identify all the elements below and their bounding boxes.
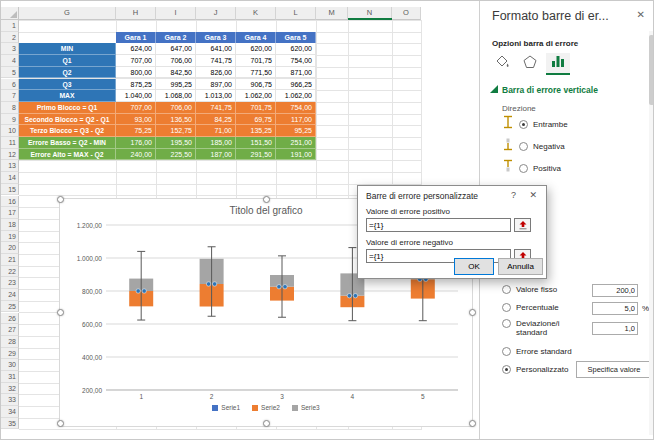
- row-header-34[interactable]: 34: [1, 406, 19, 418]
- column-header-H[interactable]: H: [116, 7, 156, 20]
- row-label-cell[interactable]: Primo Blocco = Q1: [19, 102, 116, 114]
- table-header-cell[interactable]: Gara 1: [116, 32, 156, 44]
- row-header-1[interactable]: 1: [1, 20, 19, 32]
- table-value-cell[interactable]: 93,00: [116, 114, 156, 126]
- table-value-cell[interactable]: 871,00: [276, 67, 316, 79]
- table-value-cell[interactable]: 706,00: [156, 55, 196, 67]
- row-header-4[interactable]: 4: [1, 55, 19, 67]
- table-value-cell[interactable]: 135,25: [236, 125, 276, 137]
- row-header-8[interactable]: 8: [1, 102, 19, 114]
- row-header-27[interactable]: 27: [1, 324, 19, 336]
- legend-item[interactable]: Serie1: [212, 404, 240, 411]
- table-value-cell[interactable]: 152,75: [156, 125, 196, 137]
- specifica-valore-button[interactable]: Specifica valore: [576, 361, 652, 378]
- row-label-cell[interactable]: Errore Alto = MAX - Q2: [19, 149, 116, 161]
- table-value-cell[interactable]: 1.068,00: [156, 90, 196, 102]
- vertical-error-bar-section-header[interactable]: Barra di errore verticale: [490, 85, 598, 95]
- row-header-11[interactable]: 11: [1, 137, 19, 149]
- table-value-cell[interactable]: 620,00: [236, 43, 276, 55]
- pane-scrollbar-thumb[interactable]: [649, 35, 654, 105]
- collapse-dialog-button[interactable]: [514, 218, 531, 232]
- row-header-28[interactable]: 28: [1, 336, 19, 348]
- cancel-button[interactable]: Annulla: [498, 258, 543, 275]
- row-header-15[interactable]: 15: [1, 184, 19, 196]
- table-value-cell[interactable]: 1.062,00: [276, 90, 316, 102]
- row-header-31[interactable]: 31: [1, 371, 19, 383]
- amount-option-errore-standard[interactable]: Errore standard: [502, 347, 572, 356]
- row-header-3[interactable]: 3: [1, 43, 19, 55]
- table-value-cell[interactable]: 1.062,00: [236, 90, 276, 102]
- selection-handle[interactable]: [57, 196, 64, 203]
- table-header-cell[interactable]: Gara 4: [236, 32, 276, 44]
- amount-option-percentuale[interactable]: Percentuale: [502, 303, 559, 312]
- table-value-cell[interactable]: 187,00: [196, 149, 236, 161]
- percentuale-input[interactable]: [592, 302, 638, 315]
- row-header-19[interactable]: 19: [1, 231, 19, 243]
- selection-handle[interactable]: [263, 420, 270, 427]
- row-header-10[interactable]: 10: [1, 125, 19, 137]
- row-header-29[interactable]: 29: [1, 348, 19, 360]
- table-header-cell[interactable]: Gara 3: [196, 32, 236, 44]
- table-value-cell[interactable]: 620,00: [276, 43, 316, 55]
- table-value-cell[interactable]: 741,75: [196, 55, 236, 67]
- radio-positiva[interactable]: [519, 164, 528, 173]
- effects-tab[interactable]: [518, 53, 542, 75]
- table-value-cell[interactable]: 995,25: [156, 79, 196, 91]
- table-value-cell[interactable]: 754,00: [276, 55, 316, 67]
- table-value-cell[interactable]: 647,00: [156, 43, 196, 55]
- column-header-M[interactable]: M: [316, 7, 348, 20]
- direction-option-positiva[interactable]: Positiva: [502, 161, 561, 175]
- table-value-cell[interactable]: 906,75: [236, 79, 276, 91]
- row-header-32[interactable]: 32: [1, 383, 19, 395]
- table-value-cell[interactable]: 291,50: [236, 149, 276, 161]
- row-header-13[interactable]: 13: [1, 160, 19, 172]
- table-value-cell[interactable]: 701,75: [236, 102, 276, 114]
- table-value-cell[interactable]: 225,50: [156, 149, 196, 161]
- table-value-cell[interactable]: 641,00: [196, 43, 236, 55]
- table-value-cell[interactable]: 706,00: [156, 102, 196, 114]
- column-header-K[interactable]: K: [236, 7, 276, 20]
- selection-handle[interactable]: [57, 309, 64, 316]
- table-value-cell[interactable]: 75,25: [116, 125, 156, 137]
- row-label-cell[interactable]: Q1: [19, 55, 116, 67]
- column-header-J[interactable]: J: [196, 7, 236, 20]
- table-value-cell[interactable]: 875,25: [116, 79, 156, 91]
- row-header-17[interactable]: 17: [1, 207, 19, 219]
- row-header-35[interactable]: 35: [1, 418, 19, 430]
- row-header-22[interactable]: 22: [1, 266, 19, 278]
- row-label-cell[interactable]: Errore Basso = Q2 - MIN: [19, 137, 116, 149]
- help-icon[interactable]: ?: [511, 190, 516, 200]
- column-header-G[interactable]: G: [19, 7, 116, 20]
- table-value-cell[interactable]: 707,00: [116, 55, 156, 67]
- radio-errore-standard[interactable]: [502, 347, 511, 356]
- radio-entrambe[interactable]: [519, 120, 528, 129]
- row-label-cell[interactable]: MAX: [19, 90, 116, 102]
- amount-option-valore-fisso[interactable]: Valore fisso: [502, 285, 557, 294]
- row-label-cell[interactable]: Q2: [19, 67, 116, 79]
- radio-valore-fisso[interactable]: [502, 285, 511, 294]
- row-header-14[interactable]: 14: [1, 172, 19, 184]
- ok-button[interactable]: OK: [454, 258, 494, 275]
- table-value-cell[interactable]: 826,00: [196, 67, 236, 79]
- selection-handle[interactable]: [263, 196, 270, 203]
- radio-personalizzato[interactable]: [502, 365, 511, 374]
- row-header-6[interactable]: 6: [1, 79, 19, 91]
- row-header-21[interactable]: 21: [1, 254, 19, 266]
- column-header-I[interactable]: I: [156, 7, 196, 20]
- row-header-16[interactable]: 16: [1, 196, 19, 208]
- fill-line-tab[interactable]: [490, 53, 514, 75]
- row-header-7[interactable]: 7: [1, 90, 19, 102]
- select-all-corner[interactable]: [1, 7, 19, 20]
- row-header-2[interactable]: 2: [1, 32, 19, 44]
- table-value-cell[interactable]: 136,50: [156, 114, 196, 126]
- error-bar-options-tab[interactable]: [546, 53, 570, 75]
- direction-option-entrambe[interactable]: Entrambe: [502, 117, 568, 131]
- table-value-cell[interactable]: 69,75: [236, 114, 276, 126]
- legend-item[interactable]: Serie3: [292, 404, 320, 411]
- table-value-cell[interactable]: 151,50: [236, 137, 276, 149]
- row-header-30[interactable]: 30: [1, 359, 19, 371]
- selection-handle[interactable]: [57, 420, 64, 427]
- table-value-cell[interactable]: 71,00: [196, 125, 236, 137]
- table-value-cell[interactable]: 117,00: [276, 114, 316, 126]
- row-label-cell[interactable]: Terzo Blocco = Q3 - Q2: [19, 125, 116, 137]
